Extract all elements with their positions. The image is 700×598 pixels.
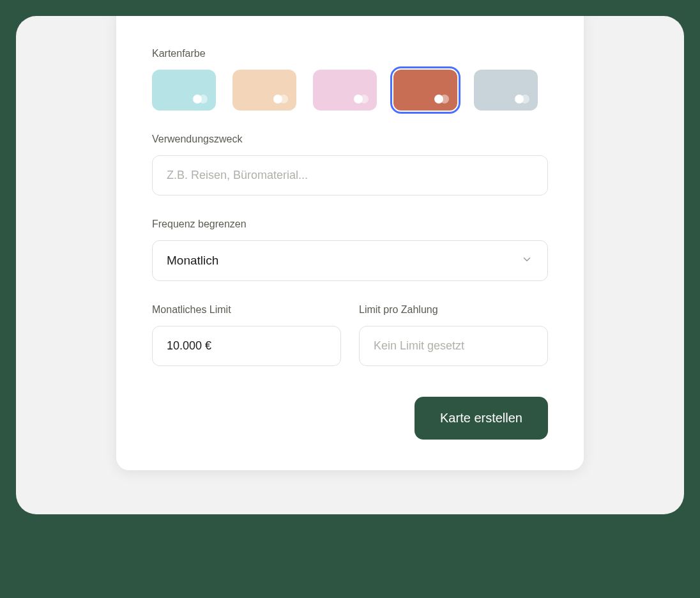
frequency-label: Frequenz begrenzen — [152, 218, 548, 230]
per-payment-limit-input[interactable] — [359, 326, 548, 366]
mastercard-icon — [273, 95, 288, 103]
purpose-label: Verwendungszweck — [152, 134, 548, 145]
create-card-button[interactable]: Karte erstellen — [415, 397, 548, 440]
mastercard-icon — [515, 95, 529, 103]
mastercard-icon — [193, 95, 208, 103]
color-swatch-light-blue[interactable] — [152, 70, 216, 111]
color-swatch-gray-blue[interactable] — [474, 70, 538, 111]
mastercard-icon — [354, 95, 369, 103]
color-swatch-row — [152, 70, 548, 111]
card-color-label: Kartenfarbe — [152, 48, 548, 59]
limits-row: Monatliches Limit Limit pro Zahlung — [152, 304, 548, 366]
monthly-limit-label: Monatliches Limit — [152, 304, 341, 316]
color-swatch-pink[interactable] — [313, 70, 377, 111]
frequency-select-wrapper: Monatlich — [152, 240, 548, 281]
per-payment-limit-label: Limit pro Zahlung — [359, 304, 548, 316]
color-swatch-peach[interactable] — [232, 70, 296, 111]
button-row: Karte erstellen — [152, 397, 548, 440]
color-swatch-terracotta[interactable] — [393, 70, 457, 111]
card-creation-panel: Kartenfarbe — [116, 16, 584, 470]
monthly-limit-input[interactable] — [152, 326, 341, 366]
purpose-input[interactable] — [152, 155, 548, 195]
outer-container: Kartenfarbe — [16, 16, 684, 514]
per-payment-limit-col: Limit pro Zahlung — [359, 304, 548, 366]
frequency-select[interactable]: Monatlich — [152, 240, 548, 281]
monthly-limit-col: Monatliches Limit — [152, 304, 341, 366]
mastercard-icon — [434, 95, 449, 103]
